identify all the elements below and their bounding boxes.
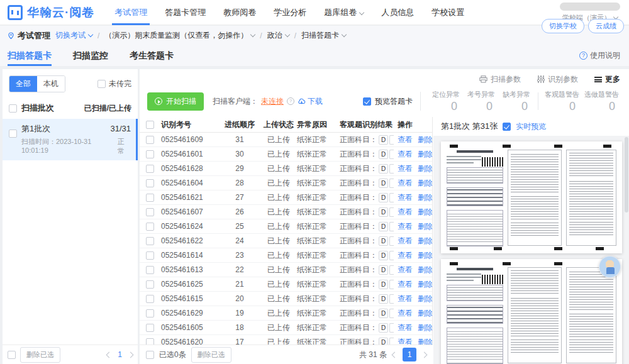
row-checkbox[interactable] bbox=[146, 280, 154, 289]
next-page-icon[interactable] bbox=[421, 351, 428, 358]
nav-item-学校设置[interactable]: 学校设置 bbox=[423, 0, 473, 25]
result-badge[interactable]: D bbox=[379, 164, 388, 174]
result-badge-clipped[interactable] bbox=[389, 309, 394, 318]
view-link[interactable]: 查看 bbox=[398, 236, 413, 246]
page-number-button[interactable]: 1 bbox=[403, 348, 416, 361]
delete-link[interactable]: 删除 bbox=[418, 149, 433, 160]
row-checkbox[interactable] bbox=[146, 266, 154, 274]
row-checkbox[interactable] bbox=[146, 136, 154, 144]
result-badge[interactable]: D bbox=[379, 323, 388, 333]
prev-page-icon[interactable] bbox=[392, 351, 398, 358]
delete-link[interactable]: 删除 bbox=[418, 207, 433, 218]
preview-scrollbar-thumb[interactable] bbox=[625, 137, 628, 212]
view-link[interactable]: 查看 bbox=[398, 279, 413, 290]
nav-item-题库组卷[interactable]: 题库组卷 bbox=[315, 0, 372, 25]
result-badge[interactable]: D bbox=[379, 265, 388, 275]
view-link[interactable]: 查看 bbox=[398, 250, 413, 261]
view-link[interactable]: 查看 bbox=[398, 163, 413, 174]
footer-select-checkbox[interactable] bbox=[146, 351, 154, 359]
tab-扫描监控[interactable]: 扫描监控 bbox=[73, 45, 108, 66]
nav-item-人员信息[interactable]: 人员信息 bbox=[372, 0, 423, 25]
row-checkbox[interactable] bbox=[146, 309, 154, 317]
view-link[interactable]: 查看 bbox=[398, 207, 413, 218]
delete-link[interactable]: 删除 bbox=[418, 323, 433, 333]
start-scan-button[interactable]: 开始扫描 bbox=[147, 92, 204, 111]
result-badge-clipped[interactable] bbox=[389, 135, 394, 145]
sidebar-footer-checkbox[interactable] bbox=[8, 351, 16, 359]
result-badge-clipped[interactable] bbox=[389, 150, 394, 159]
next-page-icon[interactable] bbox=[128, 351, 134, 358]
info-icon[interactable]: ? bbox=[287, 97, 294, 105]
prev-page-icon[interactable] bbox=[106, 351, 113, 358]
row-checkbox[interactable] bbox=[146, 251, 154, 260]
nav-item-学业分析[interactable]: 学业分析 bbox=[265, 0, 315, 25]
result-badge[interactable]: D bbox=[379, 207, 388, 217]
result-badge[interactable]: D bbox=[379, 236, 388, 246]
view-link[interactable]: 查看 bbox=[398, 265, 413, 275]
row-checkbox[interactable] bbox=[146, 295, 154, 303]
assistant-mascot-button[interactable] bbox=[599, 256, 621, 278]
row-checkbox[interactable] bbox=[146, 208, 154, 216]
result-badge-clipped[interactable] bbox=[389, 251, 394, 260]
view-link[interactable]: 查看 bbox=[398, 221, 413, 232]
breadcrumb-page[interactable]: 扫描答题卡 bbox=[301, 30, 346, 41]
view-link[interactable]: 查看 bbox=[398, 294, 413, 304]
preview-scrollbar[interactable] bbox=[625, 137, 628, 363]
delete-link[interactable]: 删除 bbox=[418, 163, 433, 174]
tab-考生答题卡[interactable]: 考生答题卡 bbox=[130, 45, 174, 66]
row-checkbox[interactable] bbox=[146, 237, 154, 245]
preview-sheet[interactable] bbox=[441, 141, 622, 253]
select-all-batches-checkbox[interactable] bbox=[9, 104, 17, 113]
result-badge-clipped[interactable] bbox=[389, 323, 394, 333]
delete-link[interactable]: 删除 bbox=[418, 308, 433, 319]
preview-sheet[interactable] bbox=[441, 259, 622, 364]
row-checkbox[interactable] bbox=[146, 150, 154, 158]
breadcrumb-exam[interactable]: （演示）期末质量监测（仅查看，勿操作） bbox=[104, 30, 255, 41]
delete-selected-button[interactable]: 删除已选 bbox=[191, 347, 231, 363]
row-checkbox[interactable] bbox=[146, 324, 154, 332]
view-link[interactable]: 查看 bbox=[398, 308, 413, 319]
result-badge[interactable]: D bbox=[379, 280, 388, 289]
more-button[interactable]: 更多 bbox=[594, 74, 620, 85]
nav-item-答题卡管理[interactable]: 答题卡管理 bbox=[156, 0, 214, 25]
result-badge-clipped[interactable] bbox=[389, 193, 394, 202]
tab-扫描答题卡[interactable]: 扫描答题卡 bbox=[8, 45, 52, 66]
nav-item-教师阅卷[interactable]: 教师阅卷 bbox=[214, 0, 265, 25]
result-badge[interactable]: D bbox=[379, 222, 388, 231]
cloud-score-button[interactable]: 云成绩 bbox=[588, 19, 624, 33]
client-status-link[interactable]: 未连接 bbox=[261, 96, 284, 107]
result-badge-clipped[interactable] bbox=[389, 280, 394, 289]
delete-link[interactable]: 删除 bbox=[418, 135, 433, 145]
row-checkbox[interactable] bbox=[146, 194, 154, 202]
select-all-rows-checkbox[interactable] bbox=[146, 121, 154, 129]
result-badge[interactable]: D bbox=[379, 294, 388, 304]
result-badge[interactable]: D bbox=[379, 179, 388, 188]
delete-link[interactable]: 删除 bbox=[418, 250, 433, 261]
download-client-link[interactable]: 下载 bbox=[298, 96, 323, 107]
result-badge[interactable]: D bbox=[379, 135, 388, 145]
result-badge-clipped[interactable] bbox=[389, 207, 394, 217]
delete-link[interactable]: 删除 bbox=[418, 221, 433, 232]
view-link[interactable]: 查看 bbox=[398, 135, 413, 145]
unfinished-checkbox[interactable] bbox=[97, 80, 106, 88]
result-badge-clipped[interactable] bbox=[389, 164, 394, 174]
switch-exam-link[interactable]: 切换考试 bbox=[55, 30, 92, 41]
view-link[interactable]: 查看 bbox=[398, 192, 413, 203]
result-badge-clipped[interactable] bbox=[389, 294, 394, 304]
live-preview-checkbox[interactable] bbox=[503, 123, 511, 131]
scan-params-button[interactable]: 扫描参数 bbox=[479, 74, 521, 85]
sidebar-page-number[interactable]: 1 bbox=[118, 350, 122, 359]
result-badge-clipped[interactable] bbox=[389, 179, 394, 188]
result-badge-clipped[interactable] bbox=[389, 222, 394, 231]
delete-link[interactable]: 删除 bbox=[418, 294, 433, 304]
switch-school-button[interactable]: 切换学校 bbox=[542, 19, 584, 33]
result-badge-clipped[interactable] bbox=[389, 265, 394, 275]
sidebar-delete-selected-button[interactable]: 删除已选 bbox=[20, 347, 60, 363]
preview-answer-sheet-toggle[interactable]: 预览答题卡 bbox=[363, 96, 413, 107]
result-badge[interactable]: D bbox=[379, 251, 388, 260]
delete-link[interactable]: 删除 bbox=[418, 192, 433, 203]
delete-link[interactable]: 删除 bbox=[418, 265, 433, 275]
recognition-params-button[interactable]: 识别参数 bbox=[537, 74, 578, 85]
filter-all-button[interactable]: 全部 bbox=[9, 76, 37, 92]
help-link[interactable]: ? 使用说明 bbox=[579, 50, 620, 61]
